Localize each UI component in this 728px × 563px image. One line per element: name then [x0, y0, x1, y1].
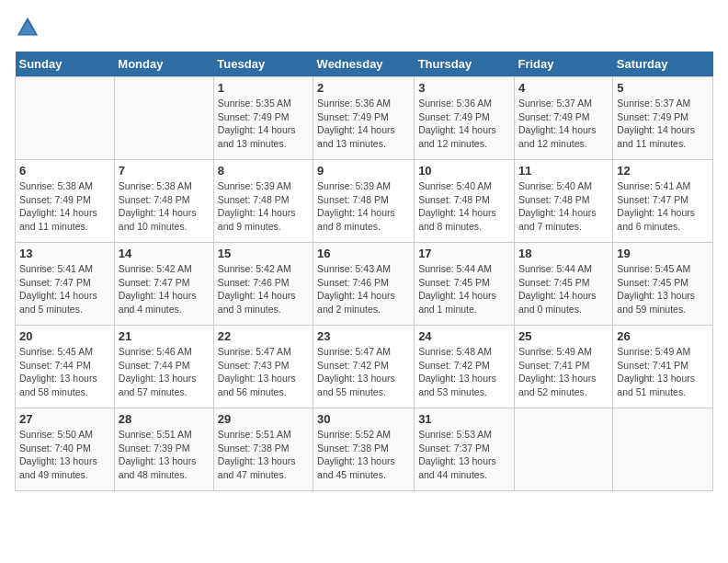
calendar-cell: 27Sunrise: 5:50 AM Sunset: 7:40 PM Dayli…	[16, 408, 115, 491]
calendar-cell: 12Sunrise: 5:41 AM Sunset: 7:47 PM Dayli…	[613, 160, 713, 243]
day-number: 24	[418, 329, 510, 343]
day-info: Sunrise: 5:37 AM Sunset: 7:49 PM Dayligh…	[617, 97, 709, 151]
calendar-cell: 20Sunrise: 5:45 AM Sunset: 7:44 PM Dayli…	[16, 326, 115, 408]
calendar-cell	[114, 77, 213, 160]
day-info: Sunrise: 5:49 AM Sunset: 7:41 PM Dayligh…	[518, 345, 609, 399]
day-number: 26	[617, 329, 709, 343]
day-number: 9	[317, 164, 410, 178]
calendar-cell: 10Sunrise: 5:40 AM Sunset: 7:48 PM Dayli…	[415, 160, 515, 243]
day-number: 18	[518, 247, 609, 260]
day-info: Sunrise: 5:45 AM Sunset: 7:45 PM Dayligh…	[617, 262, 709, 316]
day-info: Sunrise: 5:51 AM Sunset: 7:39 PM Dayligh…	[119, 428, 210, 482]
day-header-thursday: Thursday	[415, 52, 515, 77]
day-header-tuesday: Tuesday	[213, 52, 313, 77]
day-number: 2	[317, 81, 410, 95]
calendar-week-1: 1Sunrise: 5:35 AM Sunset: 7:49 PM Daylig…	[16, 77, 713, 160]
calendar-cell: 11Sunrise: 5:40 AM Sunset: 7:48 PM Dayli…	[514, 160, 612, 243]
day-info: Sunrise: 5:42 AM Sunset: 7:47 PM Dayligh…	[119, 262, 210, 316]
calendar-table: SundayMondayTuesdayWednesdayThursdayFrid…	[15, 52, 713, 491]
calendar-cell: 24Sunrise: 5:48 AM Sunset: 7:42 PM Dayli…	[415, 326, 515, 408]
calendar-cell: 22Sunrise: 5:47 AM Sunset: 7:43 PM Dayli…	[213, 326, 313, 408]
day-info: Sunrise: 5:35 AM Sunset: 7:49 PM Dayligh…	[218, 97, 309, 151]
calendar-cell: 4Sunrise: 5:37 AM Sunset: 7:49 PM Daylig…	[514, 77, 612, 160]
day-info: Sunrise: 5:51 AM Sunset: 7:38 PM Dayligh…	[218, 428, 309, 482]
logo-icon	[15, 15, 40, 40]
day-info: Sunrise: 5:39 AM Sunset: 7:48 PM Dayligh…	[317, 179, 410, 234]
calendar-cell: 17Sunrise: 5:44 AM Sunset: 7:45 PM Dayli…	[415, 243, 515, 326]
day-number: 15	[218, 247, 309, 260]
calendar-cell: 2Sunrise: 5:36 AM Sunset: 7:49 PM Daylig…	[313, 77, 415, 160]
calendar-cell: 31Sunrise: 5:53 AM Sunset: 7:37 PM Dayli…	[415, 408, 515, 491]
calendar-cell	[514, 408, 612, 491]
day-number: 27	[19, 412, 110, 426]
day-header-wednesday: Wednesday	[313, 52, 415, 77]
calendar-cell: 8Sunrise: 5:39 AM Sunset: 7:48 PM Daylig…	[213, 160, 313, 243]
calendar-cell	[16, 77, 115, 160]
calendar-week-3: 13Sunrise: 5:41 AM Sunset: 7:47 PM Dayli…	[16, 243, 713, 326]
day-number: 14	[119, 247, 210, 260]
day-info: Sunrise: 5:41 AM Sunset: 7:47 PM Dayligh…	[617, 179, 709, 234]
day-info: Sunrise: 5:47 AM Sunset: 7:42 PM Dayligh…	[317, 345, 410, 399]
calendar-cell: 25Sunrise: 5:49 AM Sunset: 7:41 PM Dayli…	[514, 326, 612, 408]
day-number: 17	[418, 247, 510, 260]
day-number: 1	[218, 81, 309, 95]
day-number: 5	[617, 81, 709, 95]
day-info: Sunrise: 5:50 AM Sunset: 7:40 PM Dayligh…	[19, 428, 110, 482]
calendar-cell: 18Sunrise: 5:44 AM Sunset: 7:45 PM Dayli…	[514, 243, 612, 326]
day-info: Sunrise: 5:43 AM Sunset: 7:46 PM Dayligh…	[317, 262, 410, 316]
calendar-cell: 26Sunrise: 5:49 AM Sunset: 7:41 PM Dayli…	[613, 326, 713, 408]
day-number: 4	[518, 81, 609, 95]
calendar-cell: 19Sunrise: 5:45 AM Sunset: 7:45 PM Dayli…	[613, 243, 713, 326]
day-info: Sunrise: 5:42 AM Sunset: 7:46 PM Dayligh…	[218, 262, 309, 316]
day-number: 16	[317, 247, 410, 260]
calendar-cell: 9Sunrise: 5:39 AM Sunset: 7:48 PM Daylig…	[313, 160, 415, 243]
day-header-monday: Monday	[114, 52, 213, 77]
day-number: 21	[119, 329, 210, 343]
calendar-cell: 16Sunrise: 5:43 AM Sunset: 7:46 PM Dayli…	[313, 243, 415, 326]
day-info: Sunrise: 5:41 AM Sunset: 7:47 PM Dayligh…	[19, 262, 110, 316]
day-number: 8	[218, 164, 309, 178]
day-number: 31	[418, 412, 510, 426]
day-info: Sunrise: 5:48 AM Sunset: 7:42 PM Dayligh…	[418, 345, 510, 399]
day-info: Sunrise: 5:36 AM Sunset: 7:49 PM Dayligh…	[317, 97, 410, 151]
day-number: 19	[617, 247, 709, 260]
calendar-week-2: 6Sunrise: 5:38 AM Sunset: 7:49 PM Daylig…	[16, 160, 713, 243]
day-info: Sunrise: 5:40 AM Sunset: 7:48 PM Dayligh…	[518, 179, 609, 234]
day-number: 30	[317, 412, 410, 426]
day-info: Sunrise: 5:36 AM Sunset: 7:49 PM Dayligh…	[418, 97, 510, 151]
day-info: Sunrise: 5:49 AM Sunset: 7:41 PM Dayligh…	[617, 345, 709, 399]
day-info: Sunrise: 5:40 AM Sunset: 7:48 PM Dayligh…	[418, 179, 510, 234]
day-header-friday: Friday	[514, 52, 612, 77]
day-info: Sunrise: 5:39 AM Sunset: 7:48 PM Dayligh…	[218, 179, 309, 234]
day-number: 7	[119, 164, 210, 178]
day-number: 23	[317, 329, 410, 343]
day-number: 6	[19, 164, 110, 178]
calendar-cell: 3Sunrise: 5:36 AM Sunset: 7:49 PM Daylig…	[415, 77, 515, 160]
calendar-cell: 29Sunrise: 5:51 AM Sunset: 7:38 PM Dayli…	[213, 408, 313, 491]
calendar-cell: 23Sunrise: 5:47 AM Sunset: 7:42 PM Dayli…	[313, 326, 415, 408]
day-number: 25	[518, 329, 609, 343]
day-number: 10	[418, 164, 510, 178]
day-info: Sunrise: 5:38 AM Sunset: 7:49 PM Dayligh…	[19, 179, 110, 234]
day-info: Sunrise: 5:47 AM Sunset: 7:43 PM Dayligh…	[218, 345, 309, 399]
day-info: Sunrise: 5:52 AM Sunset: 7:38 PM Dayligh…	[317, 428, 410, 482]
calendar-cell: 14Sunrise: 5:42 AM Sunset: 7:47 PM Dayli…	[114, 243, 213, 326]
day-number: 13	[19, 247, 110, 260]
calendar-cell: 6Sunrise: 5:38 AM Sunset: 7:49 PM Daylig…	[16, 160, 115, 243]
calendar-cell: 30Sunrise: 5:52 AM Sunset: 7:38 PM Dayli…	[313, 408, 415, 491]
calendar-cell	[613, 408, 713, 491]
day-info: Sunrise: 5:44 AM Sunset: 7:45 PM Dayligh…	[518, 262, 609, 316]
day-info: Sunrise: 5:53 AM Sunset: 7:37 PM Dayligh…	[418, 428, 510, 482]
day-info: Sunrise: 5:45 AM Sunset: 7:44 PM Dayligh…	[19, 345, 110, 399]
calendar-cell: 21Sunrise: 5:46 AM Sunset: 7:44 PM Dayli…	[114, 326, 213, 408]
day-number: 20	[19, 329, 110, 343]
calendar-cell: 15Sunrise: 5:42 AM Sunset: 7:46 PM Dayli…	[213, 243, 313, 326]
calendar-header-row: SundayMondayTuesdayWednesdayThursdayFrid…	[16, 52, 713, 77]
calendar-cell: 28Sunrise: 5:51 AM Sunset: 7:39 PM Dayli…	[114, 408, 213, 491]
calendar-cell: 7Sunrise: 5:38 AM Sunset: 7:48 PM Daylig…	[114, 160, 213, 243]
day-number: 29	[218, 412, 309, 426]
page-header	[15, 15, 713, 40]
logo	[15, 15, 42, 40]
day-header-saturday: Saturday	[613, 52, 713, 77]
calendar-week-4: 20Sunrise: 5:45 AM Sunset: 7:44 PM Dayli…	[16, 326, 713, 408]
